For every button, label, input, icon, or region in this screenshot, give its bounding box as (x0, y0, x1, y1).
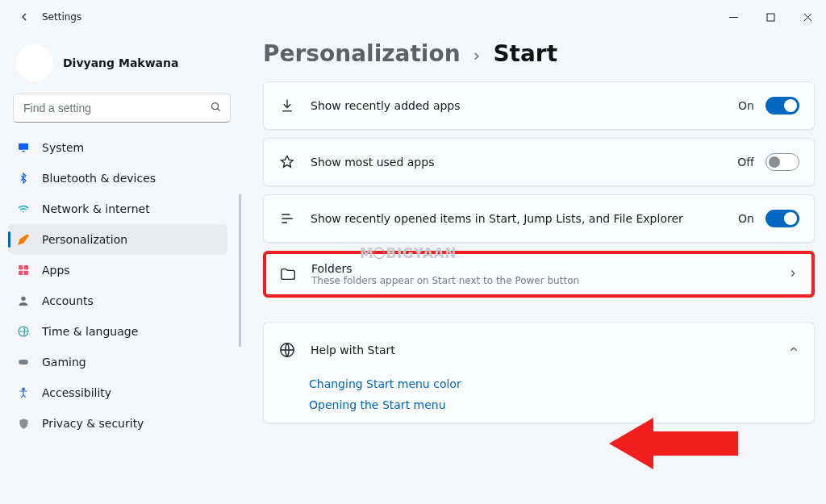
maximize-button[interactable] (752, 5, 789, 29)
profile-name: Divyang Makwana (63, 56, 178, 69)
sidebar-item-label: Apps (42, 264, 70, 277)
svg-rect-0 (729, 17, 738, 18)
back-button[interactable] (10, 5, 34, 29)
sidebar-nav: SystemBluetooth & devicesNetwork & inter… (8, 132, 236, 439)
search-box[interactable] (13, 94, 231, 123)
search-icon (210, 101, 222, 116)
list-icon (278, 210, 296, 227)
setting-label: Show most used apps (311, 156, 434, 169)
setting-label: Show recently added apps (311, 99, 461, 112)
svg-marker-13 (609, 418, 738, 469)
sidebar-item-label: Personalization (42, 233, 127, 246)
sidebar-item-privacy-security[interactable]: Privacy & security (8, 408, 227, 439)
svg-rect-8 (24, 271, 28, 275)
help-link[interactable]: Changing Start menu color (309, 377, 799, 390)
paint-icon (16, 232, 31, 247)
svg-rect-4 (22, 151, 25, 152)
download-icon (278, 97, 296, 115)
toggle-recently-opened[interactable] (766, 210, 799, 227)
breadcrumb-parent[interactable]: Personalization (263, 40, 461, 67)
setting-most-used: Show most used apps Off (263, 138, 815, 186)
sidebar-item-gaming[interactable]: Gaming (8, 347, 227, 377)
help-header-label: Help with Start (311, 344, 395, 356)
svg-point-12 (23, 388, 25, 390)
svg-point-2 (212, 102, 219, 109)
sidebar-item-label: Bluetooth & devices (42, 172, 156, 185)
close-button[interactable] (789, 5, 826, 29)
shield-icon (16, 416, 31, 431)
breadcrumb: Personalization › Start (263, 40, 815, 67)
bluetooth-icon (16, 171, 31, 185)
profile[interactable]: Divyang Makwana (8, 42, 236, 89)
help-header-row[interactable]: Help with Start (264, 323, 814, 377)
sidebar-scrollbar[interactable] (239, 194, 241, 347)
avatar (16, 44, 53, 81)
toggle-state: On (738, 99, 754, 112)
globe-clock-icon (16, 324, 31, 339)
close-icon (803, 13, 812, 22)
apps-icon (16, 263, 31, 277)
svg-rect-7 (19, 271, 23, 275)
star-icon (278, 153, 296, 171)
svg-rect-11 (19, 360, 28, 364)
arrow-left-icon (18, 10, 31, 23)
sidebar-item-accessibility[interactable]: Accessibility (8, 377, 227, 408)
folder-icon (279, 265, 297, 283)
setting-recently-opened: Show recently opened items in Start, Jum… (263, 194, 815, 243)
svg-point-9 (21, 297, 25, 301)
wifi-icon (16, 202, 31, 216)
search-input[interactable] (22, 101, 203, 115)
toggle-state: Off (737, 156, 754, 169)
setting-folders[interactable]: Folders These folders appear on Start ne… (263, 251, 815, 298)
toggle-state: On (738, 212, 754, 225)
svg-rect-3 (19, 144, 28, 150)
sidebar-item-label: Gaming (42, 356, 86, 369)
minimize-button[interactable] (715, 5, 752, 29)
sidebar: Divyang Makwana SystemBluetooth & device… (0, 34, 240, 504)
window-title: Settings (42, 11, 81, 23)
breadcrumb-current: Start (493, 40, 557, 67)
setting-sublabel: These folders appear on Start next to th… (311, 275, 579, 286)
help-link[interactable]: Opening the Start menu (309, 398, 799, 411)
sidebar-item-apps[interactable]: Apps (8, 255, 227, 285)
help-links: Changing Start menu colorOpening the Sta… (264, 377, 814, 423)
globe-help-icon (278, 341, 296, 359)
sidebar-item-time-language[interactable]: Time & language (8, 316, 227, 347)
svg-rect-6 (24, 265, 28, 269)
help-with-start: Help with Start Changing Start menu colo… (263, 322, 815, 423)
sidebar-item-system[interactable]: System (8, 132, 227, 163)
setting-label: Folders (311, 262, 579, 275)
toggle-recently-added[interactable] (766, 97, 799, 115)
sidebar-item-bluetooth-devices[interactable]: Bluetooth & devices (8, 163, 227, 194)
gamepad-icon (16, 355, 31, 369)
sidebar-item-label: Accessibility (42, 386, 111, 399)
chevron-up-icon (788, 343, 799, 358)
sidebar-item-label: System (42, 141, 84, 154)
sidebar-item-label: Time & language (42, 325, 138, 338)
sidebar-item-personalization[interactable]: Personalization (8, 224, 227, 255)
person-icon (16, 294, 31, 308)
svg-rect-1 (767, 14, 774, 21)
accessibility-icon (16, 385, 31, 400)
setting-label: Show recently opened items in Start, Jum… (311, 212, 683, 225)
monitor-icon (16, 140, 31, 155)
sidebar-item-label: Privacy & security (42, 417, 144, 430)
sidebar-item-label: Network & internet (42, 202, 150, 215)
main-content: Personalization › Start Show recently ad… (240, 34, 826, 504)
chevron-right-icon (787, 267, 799, 282)
svg-rect-5 (19, 265, 23, 269)
breadcrumb-sep: › (473, 45, 481, 65)
titlebar: Settings (0, 0, 826, 34)
setting-recently-added: Show recently added apps On (263, 81, 815, 130)
sidebar-item-label: Accounts (42, 294, 94, 307)
minimize-icon (729, 13, 738, 22)
sidebar-item-accounts[interactable]: Accounts (8, 285, 227, 316)
toggle-most-used[interactable] (766, 153, 799, 171)
sidebar-item-network-internet[interactable]: Network & internet (8, 194, 227, 224)
maximize-icon (766, 13, 775, 22)
